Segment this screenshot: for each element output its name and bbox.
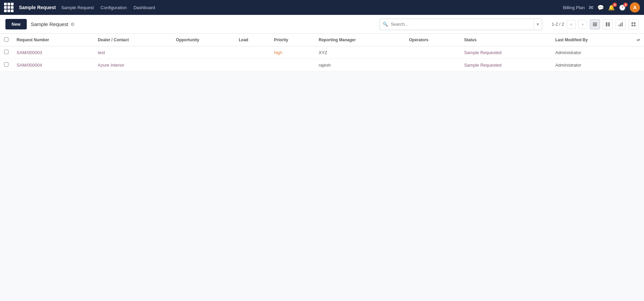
col-header-lead[interactable]: Lead (235, 34, 270, 46)
cell-reporting-manager-0: XYZ (315, 46, 405, 59)
view-controls: 1-2 / 2 ‹ › (552, 19, 639, 29)
apps-grid-icon[interactable] (4, 3, 14, 12)
cell-status-0: Sample Requested (460, 46, 551, 59)
cell-dealer-contact-0[interactable]: test (94, 46, 172, 59)
col-header-operators[interactable]: Operators (405, 34, 460, 46)
app-title: Sample Request (19, 5, 56, 10)
col-header-request-number[interactable]: Request Number (13, 34, 94, 46)
cell-priority-0: high (270, 46, 315, 59)
pivot-view-button[interactable] (628, 19, 639, 29)
kanban-view-icon (605, 22, 610, 27)
notification-badge: 4 (613, 3, 617, 7)
top-nav-right: Billing Plan ✉ 💬 🔔4 🕐3 A (563, 2, 640, 13)
row-checkbox-0[interactable] (0, 46, 13, 59)
search-dropdown-toggle[interactable]: ▾ (534, 19, 542, 30)
col-header-priority[interactable]: Priority (270, 34, 315, 46)
cell-reporting-manager-1: rajesh (315, 59, 405, 71)
col-header-reporting-manager[interactable]: Reporting Manager (315, 34, 405, 46)
prev-page-button[interactable]: ‹ (567, 20, 576, 29)
nav-link-configuration[interactable]: Configuration (101, 5, 127, 10)
row-select-checkbox-0[interactable] (4, 50, 8, 54)
pivot-view-icon (631, 22, 636, 27)
toolbar: New Sample Request ⚙ 🔍 ▾ 1-2 / 2 ‹ › (0, 15, 644, 34)
cell-lead-0 (235, 46, 270, 59)
page-title-text: Sample Request (31, 21, 68, 27)
svg-rect-6 (620, 23, 621, 26)
list-view-icon (593, 22, 597, 27)
cell-priority-1 (270, 59, 315, 71)
graph-view-button[interactable] (616, 19, 626, 29)
data-table: Request Number Dealer / Contact Opportun… (0, 34, 644, 71)
col-header-opportunity[interactable]: Opportunity (172, 34, 235, 46)
cell-action-0 (632, 46, 644, 59)
cell-opportunity-1 (172, 59, 235, 71)
table-header-row: Request Number Dealer / Contact Opportun… (0, 34, 644, 46)
cell-lead-1 (235, 59, 270, 71)
svg-rect-7 (622, 22, 623, 26)
kanban-view-button[interactable] (603, 19, 613, 29)
col-header-status[interactable]: Status (460, 34, 551, 46)
col-adjust-icon[interactable]: ⇌ (632, 34, 644, 46)
row-select-checkbox-1[interactable] (4, 62, 8, 67)
col-header-last-modified-by[interactable]: Last Modified By (551, 34, 632, 46)
col-header-dealer-contact[interactable]: Dealer / Contact (94, 34, 172, 46)
table-row: SAM/000004 Azure Interior rajesh Sample … (0, 59, 644, 71)
new-button[interactable]: New (5, 19, 27, 29)
activity-icon[interactable]: 🕐3 (619, 4, 626, 11)
cell-dealer-contact-1[interactable]: Azure Interior (94, 59, 172, 71)
svg-rect-8 (631, 22, 633, 24)
svg-rect-1 (593, 24, 597, 25)
cell-opportunity-0 (172, 46, 235, 59)
top-navigation: Sample Request Sample Request Configurat… (0, 0, 644, 15)
svg-rect-10 (631, 25, 633, 26)
select-all-checkbox[interactable] (4, 37, 8, 42)
cell-last-modified-0: Administrator (551, 46, 632, 59)
search-input[interactable] (391, 22, 534, 27)
cell-status-1: Sample Requested (460, 59, 551, 71)
cell-operators-0 (405, 46, 460, 59)
select-all-checkbox-header[interactable] (0, 34, 13, 46)
cell-operators-1 (405, 59, 460, 71)
next-page-button[interactable]: › (578, 20, 587, 29)
nav-link-sample-request[interactable]: Sample Request (61, 5, 94, 10)
activity-badge: 3 (623, 3, 628, 7)
nav-link-dashboard[interactable]: Dashboard (133, 5, 155, 10)
table-row: SAM/000003 test high XYZ Sample Requeste… (0, 46, 644, 59)
whatsapp-icon[interactable]: 💬 (597, 4, 604, 11)
settings-icon[interactable]: ⚙ (70, 22, 75, 27)
search-icon: 🔍 (380, 22, 391, 27)
cell-request-number-0[interactable]: SAM/000003 (13, 46, 94, 59)
svg-rect-3 (606, 22, 607, 26)
billing-plan-label: Billing Plan (563, 5, 585, 10)
cell-last-modified-1: Administrator (551, 59, 632, 71)
cell-request-number-1[interactable]: SAM/000004 (13, 59, 94, 71)
row-checkbox-1[interactable] (0, 59, 13, 71)
svg-rect-4 (608, 22, 610, 26)
svg-rect-9 (634, 22, 636, 24)
page-title: Sample Request ⚙ (31, 21, 75, 27)
svg-rect-11 (634, 25, 636, 26)
svg-rect-5 (619, 25, 620, 26)
notification-icon[interactable]: 🔔4 (608, 4, 615, 11)
top-nav-links: Sample Request Configuration Dashboard (61, 5, 155, 10)
list-view-button[interactable] (590, 19, 600, 29)
pager-info: 1-2 / 2 (552, 22, 564, 27)
search-bar: 🔍 ▾ (380, 19, 542, 30)
svg-rect-2 (593, 25, 597, 26)
graph-view-icon (618, 22, 623, 27)
svg-rect-0 (593, 23, 597, 23)
user-avatar[interactable]: A (630, 2, 640, 13)
mail-icon[interactable]: ✉ (589, 4, 593, 11)
cell-action-1 (632, 59, 644, 71)
